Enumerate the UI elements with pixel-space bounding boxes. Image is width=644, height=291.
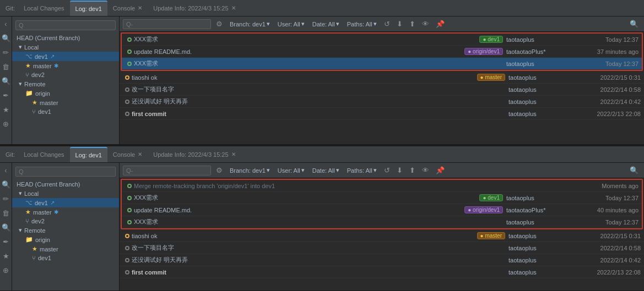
star-icon-left-bottom[interactable]: ★ [1, 251, 11, 261]
branch-filter-top[interactable]: Branch: dev1 ▾ [228, 19, 272, 29]
log-row-top-3[interactable]: tiaoshi ok ● master taotaoplus 2022/2/15… [120, 72, 644, 84]
tab-bar-top: Git: Local Changes Log: dev1 Console ✕ U… [0, 0, 644, 17]
pin-icon-bottom[interactable]: 📌 [434, 166, 446, 175]
paths-filter-bottom[interactable]: Paths: All ▾ [345, 166, 379, 175]
settings-toolbar-top[interactable]: ⚙ [214, 19, 224, 29]
sidebar-dev1-top[interactable]: ⌥ dev1 ↗ [12, 52, 119, 61]
log-row-bottom-0[interactable]: Merge remote-tracking branch 'origin/dev… [122, 180, 642, 192]
fetch-icon-top[interactable]: ⬇ [395, 19, 404, 29]
sidebar-origin-dev1-bottom[interactable]: ⑂ dev1 [12, 254, 119, 262]
user-filter-bottom[interactable]: User: All ▾ [275, 166, 307, 175]
sidebar-origin-dev1-top[interactable]: ⑂ dev1 [12, 107, 119, 116]
tab-console-top[interactable]: Console ✕ [107, 1, 148, 16]
tab-log-dev1-top[interactable]: Log: dev1 [70, 1, 107, 16]
date-filter-top[interactable]: Date: All ▾ [310, 19, 342, 29]
search-icon-left-top[interactable]: 🔍 [1, 33, 11, 43]
date-filter-bottom[interactable]: Date: All ▾ [310, 166, 342, 175]
log-row-top-2[interactable]: XXX需求 taotaoplus Today 12:37 [122, 58, 642, 70]
sidebar-origin-bottom[interactable]: 📁 origin [12, 235, 119, 244]
sidebar-local-bottom[interactable]: ▾ Local [12, 189, 119, 198]
graph-dot-top-0 [125, 37, 134, 42]
log-row-bottom-4[interactable]: tiaoshi ok ● master taotaoplus 2022/2/15… [120, 230, 644, 242]
tab-bar-bottom: Git: Local Changes Log: dev1 Console ✕ U… [0, 146, 644, 163]
log-table-bottom: Merge remote-tracking branch 'origin/dev… [120, 178, 644, 290]
sidebar-origin-master-top[interactable]: ★ master [12, 98, 119, 107]
log-row-bottom-2[interactable]: update README.md. ● origin/dev1 taotaota… [122, 204, 642, 216]
fetch-icon-bottom[interactable]: ⬇ [395, 166, 404, 175]
eye-icon-bottom[interactable]: 👁 [420, 166, 431, 175]
sidebar-head-bottom[interactable]: HEAD (Current Branch) [12, 180, 119, 189]
graph-dot-bottom-6 [123, 258, 132, 262]
tab-log-dev1-bottom[interactable]: Log: dev1 [70, 147, 107, 162]
log-row-bottom-3[interactable]: XXX需求 taotaoplus Today 12:37 [122, 216, 642, 228]
user-filter-top[interactable]: User: All ▾ [275, 19, 307, 29]
edit-icon-bottom[interactable]: ✏ [1, 194, 11, 204]
log-row-bottom-7[interactable]: first commit taotaoplus 2022/2/13 22:08 [120, 266, 644, 278]
tab-update-info-bottom[interactable]: Update Info: 2022/4/3 15:25 ✕ [148, 147, 241, 162]
paths-filter-top[interactable]: Paths: All ▾ [345, 19, 379, 29]
log-row-top-4[interactable]: 改一下项目名字 taotaoplus 2022/2/14 0:58 [120, 84, 644, 96]
push-icon-top[interactable]: ⬆ [408, 19, 417, 29]
sidebar-search-input-top[interactable] [15, 20, 116, 30]
sidebar-search-input-bottom[interactable] [15, 167, 116, 177]
sidebar-origin-top[interactable]: 📁 origin [12, 89, 119, 98]
push-icon-bottom[interactable]: ⬆ [408, 166, 417, 175]
sidebar-master-top[interactable]: ★ master ✱ [12, 61, 119, 70]
branch-icon-dev1-top: ⌥ [25, 53, 33, 60]
log-toolbar-bottom: ⚙ Branch: dev1 ▾ User: All ▾ Date: All ▾… [120, 163, 644, 178]
tab-update-info-top[interactable]: Update Info: 2022/4/3 15:25 ✕ [148, 1, 241, 16]
log-search-top[interactable] [123, 19, 211, 29]
branch-icon-dev1-bottom: ⌥ [25, 199, 33, 206]
log-row-bottom-5[interactable]: 改一下项目名字 taotaoplus 2022/2/14 0:58 [120, 242, 644, 254]
sidebar-head-top[interactable]: HEAD (Current Branch) [12, 34, 119, 42]
settings-icon-top[interactable]: ⊕ [1, 119, 11, 129]
sidebar-remote-bottom[interactable]: ▾ Remote [12, 226, 119, 235]
settings-icon-bottom[interactable]: ⊕ [1, 265, 11, 275]
sidebar-dev2-top[interactable]: ⑂ dev2 [12, 70, 119, 79]
refresh-icon-top[interactable]: ↺ [382, 19, 392, 29]
sidebar-master-bottom[interactable]: ★ master ✱ [12, 207, 119, 217]
close-console-bottom[interactable]: ✕ [138, 151, 142, 157]
settings-toolbar-bottom[interactable]: ⚙ [214, 166, 224, 175]
sidebar-remote-top[interactable]: ▾ Remote [12, 79, 119, 89]
tab-console-bottom[interactable]: Console ✕ [107, 147, 148, 162]
collapse-icon-bottom[interactable]: ‹ [1, 165, 11, 175]
refresh-icon-bottom[interactable]: ↺ [382, 166, 392, 175]
pin-icon-top[interactable]: 📌 [434, 19, 446, 29]
sidebar-dev1-bottom[interactable]: ⌥ dev1 ↗ [12, 198, 119, 207]
collapse-icon-top[interactable]: ‹ [1, 19, 11, 29]
pen-icon-bottom[interactable]: ✒ [1, 237, 11, 246]
tab-local-changes-top[interactable]: Local Changes [18, 1, 69, 16]
log-row-top-6[interactable]: first commit taotaoplus 2022/2/13 22:08 [120, 108, 644, 120]
trash-icon-top[interactable]: 🗑 [1, 62, 11, 72]
right-search-icon-bottom[interactable]: 🔍 [627, 166, 641, 174]
log-row-top-1[interactable]: update README.md. ● origin/dev1 taotaota… [122, 46, 642, 58]
eye-icon-top[interactable]: 👁 [420, 19, 431, 29]
log-row-top-5[interactable]: 还没调试好 明天再弄 taotaoplus 2022/2/14 0:42 [120, 96, 644, 108]
tab-local-changes-bottom[interactable]: Local Changes [18, 147, 69, 162]
log-row-top-0[interactable]: XXX需求 ● dev1 taotaoplus Today 12:37 [122, 34, 642, 46]
magnify-icon-top[interactable]: 🔍 [1, 76, 11, 86]
pen-icon-top[interactable]: ✒ [1, 90, 11, 100]
log-row-bottom-6[interactable]: 还没调试好 明天再弄 taotaoplus 2022/2/14 0:42 [120, 254, 644, 266]
edit-icon-top[interactable]: ✏ [1, 47, 11, 57]
sidebar-search-top[interactable] [12, 19, 119, 32]
log-tags-bottom-2: ● origin/dev1 [464, 206, 503, 213]
search-icon-left-bottom[interactable]: 🔍 [1, 179, 11, 189]
log-row-bottom-1[interactable]: XXX需求 ● dev1 taotaoplus Today 12:37 [122, 192, 642, 204]
branch-filter-bottom[interactable]: Branch: dev1 ▾ [228, 166, 272, 175]
star-icon-left-top[interactable]: ★ [1, 105, 11, 114]
sidebar-search-bottom[interactable] [12, 165, 119, 178]
graph-dot-top-3 [123, 75, 132, 80]
close-console-top[interactable]: ✕ [138, 5, 142, 11]
sidebar-dev2-bottom[interactable]: ⑂ dev2 [12, 217, 119, 226]
close-update-bottom[interactable]: ✕ [231, 151, 236, 157]
sidebar-local-top[interactable]: ▾ Local [12, 42, 119, 52]
magnify-icon-bottom[interactable]: 🔍 [1, 222, 11, 232]
right-search-icon-top[interactable]: 🔍 [627, 20, 641, 28]
trash-icon-bottom[interactable]: 🗑 [1, 208, 11, 218]
log-search-bottom[interactable] [123, 166, 211, 175]
sidebar-origin-master-bottom[interactable]: ★ master [12, 244, 119, 254]
left-icons-top: ‹ 🔍 ✏ 🗑 🔍 ✒ ★ ⊕ [0, 17, 12, 144]
close-update-top[interactable]: ✕ [231, 5, 236, 11]
